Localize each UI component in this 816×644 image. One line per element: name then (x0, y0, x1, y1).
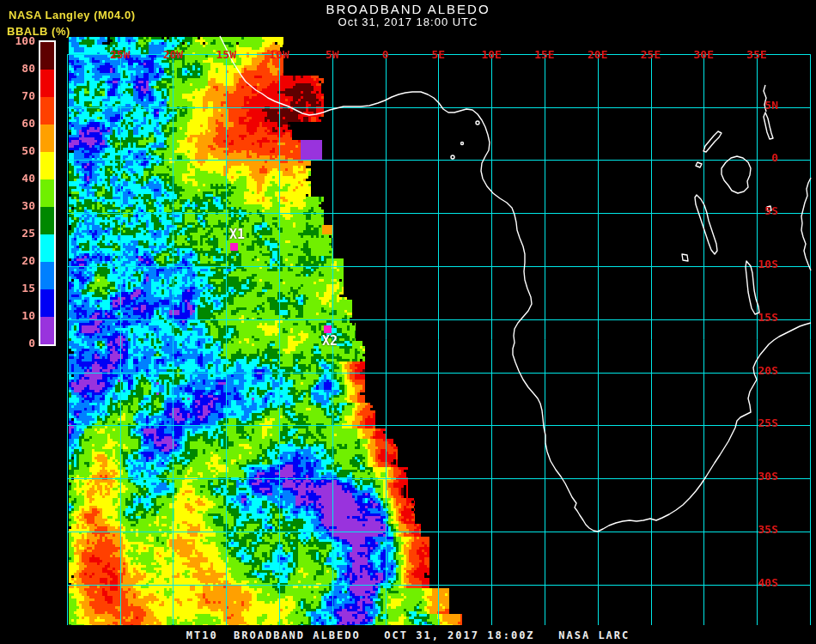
lon-label-10E: 10E (471, 48, 512, 61)
lat-label-40S: 40S (744, 576, 778, 589)
lon-label-20E: 20E (577, 48, 618, 61)
marker-square-X2 (324, 325, 332, 333)
lon-label-5E: 5E (417, 48, 459, 61)
marker-square-X1 (230, 243, 238, 251)
colorbar-tick-10: 10 (4, 309, 35, 322)
colorbar-tick-50: 50 (4, 144, 35, 157)
marker-label-X1: X1 (222, 227, 253, 242)
colorbar-segment-9 (40, 289, 54, 317)
lon-label-5W: 5W (312, 48, 353, 61)
colorbar-tick-60: 60 (4, 117, 35, 130)
lon-label-15E: 15E (524, 48, 565, 61)
colorbar-segment-7 (40, 234, 54, 262)
colorbar-tick-0: 0 (4, 337, 35, 349)
marker-label-X2: X2 (314, 333, 345, 349)
lon-label-0: 0 (365, 48, 406, 61)
page-subtitle: Oct 31, 2017 18:00 UTC (0, 15, 816, 28)
footer-text: MT10 BROADBAND ALBEDO OCT 31, 2017 18:00… (0, 629, 816, 641)
lat-label-15S: 15S (744, 311, 778, 324)
colorbar-tick-100: 100 (4, 34, 35, 47)
colorbar-segment-8 (40, 262, 54, 289)
colorbar-segment-1 (40, 70, 54, 97)
lat-label-20S: 20S (744, 364, 778, 377)
lat-label-10S: 10S (744, 258, 778, 270)
lon-label-25E: 25E (630, 48, 672, 61)
lon-label-25W: 25W (100, 48, 141, 61)
lat-label-25S: 25S (744, 416, 778, 429)
colorbar-segment-0 (40, 42, 54, 70)
page-title: BROADBAND ALBEDO (0, 2, 816, 16)
colorbar (39, 40, 56, 346)
lon-label-35E: 35E (736, 48, 777, 61)
colorbar-tick-40: 40 (4, 172, 35, 185)
colorbar-segment-4 (40, 152, 54, 179)
lat-label-35S: 35S (744, 523, 778, 536)
colorbar-tick-70: 70 (4, 89, 35, 102)
lon-label-30E: 30E (683, 48, 724, 61)
colorbar-tick-20: 20 (4, 254, 35, 267)
albedo-plot: NASA Langley (M04.0) BBALB (%) BROADBAND… (0, 0, 816, 644)
lat-label-30S: 30S (744, 470, 778, 483)
lat-label-5N: 5N (744, 99, 778, 112)
colorbar-segment-6 (40, 207, 54, 234)
albedo-map-canvas (0, 0, 816, 644)
lat-label-5S: 5S (744, 204, 778, 217)
colorbar-segment-2 (40, 97, 54, 125)
lon-label-15W: 15W (205, 48, 247, 61)
colorbar-tick-15: 15 (4, 282, 35, 295)
colorbar-segment-5 (40, 179, 54, 207)
colorbar-tick-30: 30 (4, 199, 35, 212)
colorbar-segment-10 (40, 317, 54, 344)
colorbar-segment-3 (40, 125, 54, 152)
lon-label-20W: 20W (152, 48, 193, 61)
colorbar-tick-25: 25 (4, 227, 35, 240)
lon-label-10W: 10W (259, 48, 300, 61)
colorbar-tick-80: 80 (4, 62, 35, 75)
lat-label-0: 0 (744, 151, 778, 164)
